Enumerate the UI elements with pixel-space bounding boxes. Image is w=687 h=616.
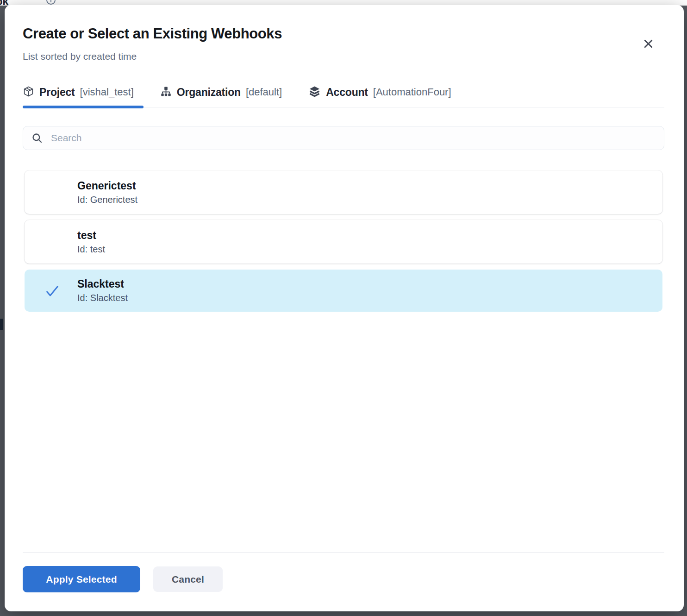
webhook-id: Id: Generictest	[77, 194, 662, 206]
tab-label: Account	[326, 86, 368, 99]
tab-project[interactable]: Project [vishal_test]	[23, 77, 134, 107]
cube-icon	[23, 86, 34, 99]
dialog-subtitle: List sorted by created time	[23, 51, 137, 62]
footer-divider	[23, 552, 664, 553]
search-input[interactable]	[50, 132, 656, 144]
org-chart-icon	[160, 86, 172, 99]
webhooks-dialog: Create or Select an Existing Webhooks Li…	[5, 5, 684, 611]
webhook-id: Id: test	[77, 243, 662, 255]
dialog-footer: Apply Selected Cancel	[23, 566, 223, 592]
list-item-test[interactable]: test Id: test	[25, 220, 662, 264]
list-item-slacktest[interactable]: Slacktest Id: Slacktest	[25, 270, 662, 312]
close-button[interactable]	[641, 38, 655, 51]
layers-icon	[308, 85, 321, 100]
webhook-name: test	[77, 229, 662, 242]
tab-label: Organization	[177, 86, 241, 99]
background-fragment	[0, 319, 3, 330]
list-item-generictest[interactable]: Generictest Id: Generictest	[25, 170, 662, 214]
search-icon	[31, 132, 43, 144]
webhook-name: Slacktest	[77, 277, 662, 291]
close-icon	[642, 38, 655, 51]
webhook-name: Generictest	[77, 179, 662, 193]
search-box	[23, 126, 664, 150]
tab-context: [default]	[246, 86, 282, 98]
tab-account[interactable]: Account [AutomationFour]	[308, 77, 451, 107]
webhook-id: Id: Slacktest	[77, 292, 662, 304]
cancel-button[interactable]: Cancel	[153, 566, 223, 592]
scope-tabs: Project [vishal_test] Organization	[23, 77, 664, 107]
tab-context: [AutomationFour]	[373, 86, 451, 98]
webhook-list: Generictest Id: Generictest test Id: tes…	[25, 170, 662, 318]
check-icon	[44, 283, 61, 299]
tab-context: [vishal_test]	[80, 86, 134, 98]
apply-selected-button[interactable]: Apply Selected	[23, 566, 140, 592]
tab-organization[interactable]: Organization [default]	[160, 77, 282, 107]
dialog-title: Create or Select an Existing Webhooks	[23, 25, 282, 42]
tab-label: Project	[39, 86, 75, 99]
active-tab-underline	[23, 106, 144, 108]
